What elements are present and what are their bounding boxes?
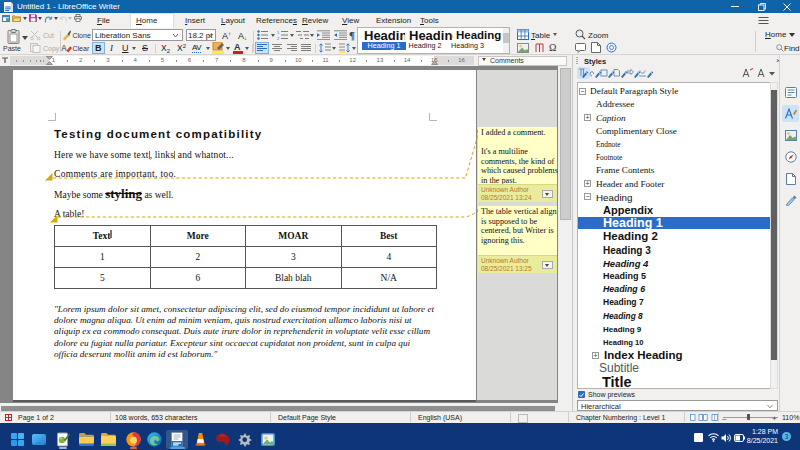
svg-text:A: A <box>61 44 67 53</box>
svg-text:2: 2 <box>277 36 280 40</box>
svg-text:1: 1 <box>277 30 280 35</box>
